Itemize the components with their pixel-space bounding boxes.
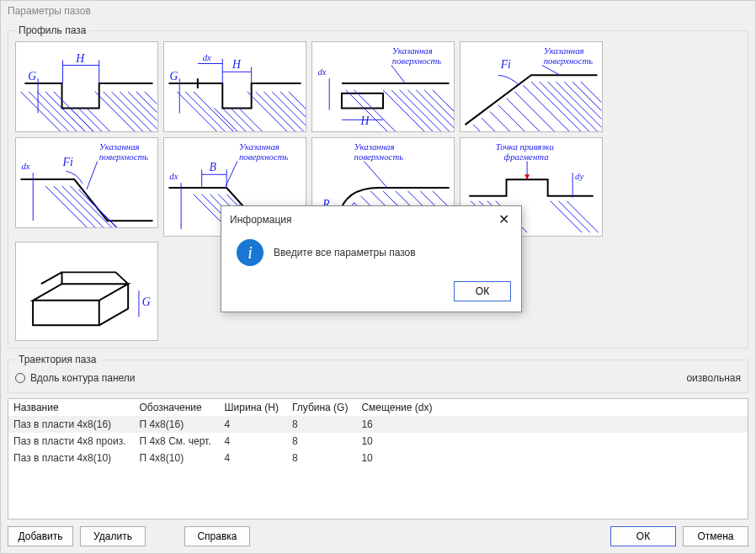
svg-text:dx: dx bbox=[169, 171, 178, 181]
svg-line-86 bbox=[95, 205, 141, 227]
cell-width: 4 bbox=[220, 416, 287, 433]
profile-option-5[interactable]: dx Указанная поверхность Fi bbox=[15, 137, 158, 228]
svg-line-84 bbox=[78, 189, 124, 227]
svg-line-72 bbox=[556, 82, 601, 127]
cell-name: Паз в пласти 4х8 произ. bbox=[8, 433, 134, 450]
dialog-message: Введите все параметры пазов bbox=[274, 247, 416, 258]
svg-line-33 bbox=[264, 92, 306, 131]
radio-contour[interactable] bbox=[15, 373, 25, 383]
footer: Добавить Удалить Справка ОК Отмена bbox=[8, 519, 748, 546]
svg-line-131 bbox=[567, 201, 598, 232]
cell-width: 4 bbox=[220, 433, 287, 450]
cell-name: Паз в пласти 4х8(16) bbox=[8, 416, 134, 433]
info-dialog: Информация ✕ i Введите все параметры паз… bbox=[221, 205, 522, 312]
col-offset: Смещение (dx) bbox=[356, 399, 440, 416]
svg-text:фрагмента: фрагмента bbox=[504, 152, 549, 162]
svg-text:Fi: Fi bbox=[62, 156, 73, 168]
svg-text:Указанная: Указанная bbox=[544, 45, 584, 56]
cell-offset: 16 bbox=[356, 416, 440, 433]
svg-line-25 bbox=[185, 92, 231, 131]
cell-depth: 8 bbox=[287, 416, 357, 433]
svg-text:Указанная: Указанная bbox=[354, 141, 395, 152]
svg-line-29 bbox=[231, 109, 272, 131]
cell-offset: 10 bbox=[356, 450, 440, 466]
profile-option-3[interactable]: Указанная поверхность dx H bbox=[311, 41, 455, 132]
delete-button[interactable]: Удалить bbox=[80, 526, 146, 546]
svg-text:H: H bbox=[75, 52, 85, 65]
svg-line-7 bbox=[70, 109, 115, 131]
ok-button[interactable]: ОК bbox=[610, 526, 676, 546]
table-row[interactable]: Паз в пласти 4х8(16)П 4х8(16)4816 bbox=[8, 416, 748, 433]
table-row[interactable]: Паз в пласти 4х8(10)П 4х8(10)4810 bbox=[8, 450, 748, 466]
svg-text:поверхность: поверхность bbox=[544, 56, 594, 66]
svg-line-103 bbox=[226, 162, 237, 186]
svg-line-74 bbox=[572, 82, 601, 110]
col-designation: Обозначение bbox=[134, 399, 219, 416]
svg-line-70 bbox=[540, 82, 602, 131]
svg-line-73 bbox=[564, 82, 601, 119]
help-button[interactable]: Справка bbox=[184, 526, 250, 546]
svg-text:dy: dy bbox=[575, 171, 583, 181]
svg-line-9 bbox=[87, 109, 132, 131]
profile-option-1[interactable]: G H bbox=[15, 41, 158, 132]
trajectory-section: Траектория паза Вдоль контура панели оиз… bbox=[8, 354, 748, 393]
cell-width: 4 bbox=[220, 450, 287, 466]
svg-line-26 bbox=[194, 92, 239, 131]
col-width: Ширина (H) bbox=[220, 399, 287, 416]
svg-line-27 bbox=[214, 109, 255, 131]
cell-designation: П 4х8(16) bbox=[134, 416, 219, 433]
radio-contour-label: Вдоль контура панели bbox=[30, 372, 136, 384]
svg-text:Указанная: Указанная bbox=[99, 141, 140, 152]
svg-line-85 bbox=[87, 198, 132, 227]
add-button[interactable]: Добавить bbox=[8, 526, 73, 546]
profile-legend: Профиль паза bbox=[15, 24, 89, 36]
svg-line-16 bbox=[145, 92, 157, 131]
dialog-title: Информация bbox=[230, 214, 291, 226]
cell-designation: П 4х8(10) bbox=[134, 450, 219, 466]
groove-table: Название Обозначение Ширина (H) Глубина … bbox=[8, 398, 748, 519]
cancel-button[interactable]: Отмена bbox=[683, 526, 748, 546]
svg-line-92 bbox=[87, 161, 98, 189]
svg-line-66 bbox=[507, 99, 565, 131]
svg-text:поверхность: поверхность bbox=[99, 152, 149, 162]
cell-offset: 10 bbox=[356, 433, 440, 450]
radio-arbitrary-label-tail: оизвольная bbox=[686, 372, 741, 384]
svg-text:dx: dx bbox=[203, 52, 211, 62]
svg-line-4 bbox=[45, 92, 91, 131]
svg-text:G: G bbox=[142, 296, 151, 308]
col-name: Название bbox=[8, 399, 134, 416]
svg-text:H: H bbox=[232, 58, 242, 71]
svg-line-63 bbox=[482, 118, 527, 131]
info-icon: i bbox=[237, 239, 264, 266]
svg-line-75 bbox=[581, 82, 602, 103]
cell-depth: 8 bbox=[287, 433, 357, 450]
svg-line-122 bbox=[364, 162, 387, 188]
svg-line-30 bbox=[239, 109, 280, 131]
col-depth: Глубина (G) bbox=[287, 399, 357, 416]
svg-line-13 bbox=[120, 92, 157, 131]
svg-text:Указанная: Указанная bbox=[239, 141, 280, 152]
svg-line-57 bbox=[391, 65, 406, 83]
profile-option-2[interactable]: G dx H bbox=[163, 41, 306, 132]
svg-line-129 bbox=[551, 201, 582, 232]
svg-text:G: G bbox=[169, 70, 178, 83]
svg-text:поверхность: поверхность bbox=[239, 152, 289, 162]
svg-text:dx: dx bbox=[21, 161, 29, 171]
table-row[interactable]: Паз в пласти 4х8 произ.П 4х8 См. черт.48… bbox=[8, 433, 748, 450]
svg-text:H: H bbox=[360, 115, 370, 127]
svg-text:поверхность: поверхность bbox=[354, 152, 404, 162]
svg-line-5 bbox=[54, 92, 99, 131]
dialog-ok-button[interactable]: ОК bbox=[454, 281, 511, 301]
svg-line-67 bbox=[514, 92, 577, 131]
svg-line-28 bbox=[222, 109, 264, 131]
svg-text:поверхность: поверхность bbox=[392, 56, 442, 66]
close-icon[interactable]: ✕ bbox=[495, 211, 513, 227]
cell-designation: П 4х8 См. черт. bbox=[134, 433, 219, 450]
profile-option-9[interactable]: G bbox=[15, 242, 158, 341]
cell-name: Паз в пласти 4х8(10) bbox=[8, 450, 134, 466]
profile-option-4[interactable]: Указанная поверхность Fi bbox=[460, 41, 603, 132]
svg-line-69 bbox=[531, 82, 601, 131]
cell-depth: 8 bbox=[287, 450, 357, 466]
svg-text:dx: dx bbox=[317, 67, 326, 77]
svg-line-78 bbox=[542, 65, 561, 75]
